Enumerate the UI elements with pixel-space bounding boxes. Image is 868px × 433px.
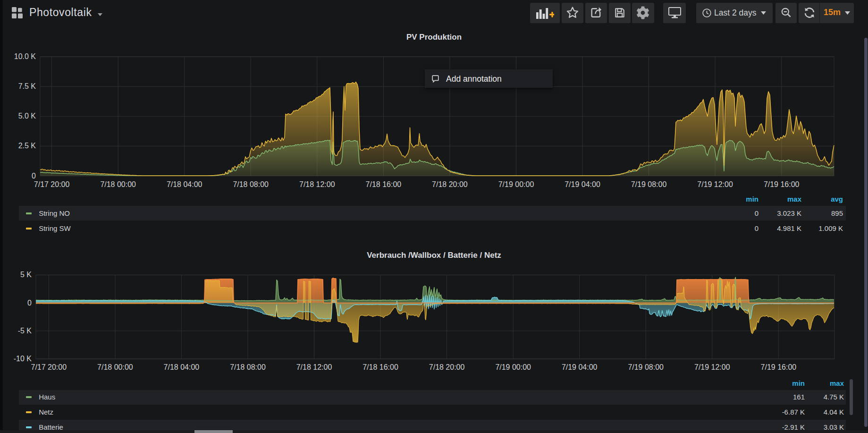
svg-text:-10 K: -10 K — [14, 355, 32, 363]
svg-text:7/18 08:00: 7/18 08:00 — [233, 180, 269, 188]
svg-text:5.0 K: 5.0 K — [18, 112, 36, 120]
svg-text:7/19 12:00: 7/19 12:00 — [694, 363, 730, 371]
svg-text:7/18 12:00: 7/18 12:00 — [296, 363, 332, 371]
svg-text:7/17 20:00: 7/17 20:00 — [34, 180, 70, 188]
svg-text:7/19 16:00: 7/19 16:00 — [761, 363, 797, 371]
svg-text:7/18 00:00: 7/18 00:00 — [100, 180, 136, 188]
svg-text:7/19 08:00: 7/19 08:00 — [628, 363, 664, 371]
svg-text:7/18 04:00: 7/18 04:00 — [167, 180, 202, 188]
svg-text:0: 0 — [27, 299, 32, 307]
svg-text:7/19 04:00: 7/19 04:00 — [565, 180, 600, 188]
svg-text:7/17 20:00: 7/17 20:00 — [31, 363, 67, 371]
svg-text:7/18 04:00: 7/18 04:00 — [164, 363, 200, 371]
svg-text:7/19 12:00: 7/19 12:00 — [697, 180, 733, 188]
svg-text:7/18 08:00: 7/18 08:00 — [230, 363, 266, 371]
svg-text:7/18 00:00: 7/18 00:00 — [97, 363, 133, 371]
svg-text:7/18 20:00: 7/18 20:00 — [429, 363, 465, 371]
svg-text:-5 K: -5 K — [18, 327, 32, 335]
svg-text:2.5 K: 2.5 K — [18, 142, 36, 150]
svg-text:7.5 K: 7.5 K — [18, 82, 36, 90]
svg-text:7/18 20:00: 7/18 20:00 — [432, 180, 468, 188]
svg-text:7/19 00:00: 7/19 00:00 — [495, 363, 531, 371]
svg-text:7/19 16:00: 7/19 16:00 — [764, 180, 800, 188]
svg-text:7/18 16:00: 7/18 16:00 — [366, 180, 402, 188]
svg-text:0: 0 — [32, 172, 36, 180]
svg-text:7/19 04:00: 7/19 04:00 — [562, 363, 598, 371]
svg-text:10.0 K: 10.0 K — [14, 52, 36, 60]
svg-text:7/18 12:00: 7/18 12:00 — [299, 180, 335, 188]
svg-text:7/19 08:00: 7/19 08:00 — [631, 180, 667, 188]
svg-text:5 K: 5 K — [20, 271, 32, 279]
svg-text:7/18 16:00: 7/18 16:00 — [362, 363, 398, 371]
svg-text:7/19 00:00: 7/19 00:00 — [498, 180, 534, 188]
